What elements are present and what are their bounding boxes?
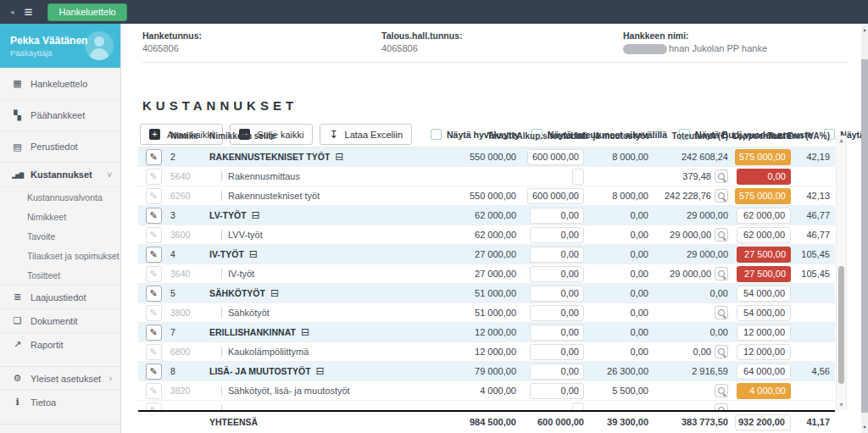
cell-toteutunut: [654, 381, 733, 400]
edit-cell: ✎: [138, 264, 169, 283]
alkup-sitoutunut-input[interactable]: [572, 402, 584, 411]
alkup-sitoutunut-input[interactable]: 600 000,00: [527, 149, 584, 165]
cell-tot-enn: [796, 167, 835, 186]
collapse-row-icon[interactable]: ⊟: [252, 210, 260, 220]
sidebar-item-raportit[interactable]: ↗Raportit: [0, 332, 120, 356]
project-field-value-text: hnan Jukolan PP hanke: [669, 43, 767, 53]
sidebar-item-label: Kustannukset: [31, 169, 92, 180]
loppuennuste-value[interactable]: 27 500,00: [737, 247, 791, 263]
sidebar-subitem-tositteet[interactable]: Tositteet: [0, 265, 120, 285]
hankeluettelo-button[interactable]: Hankeluettelo: [47, 3, 126, 21]
sidebar-item-hankeluettelo[interactable]: ▦Hankeluettelo: [0, 68, 120, 99]
alkup-sitoutunut-input[interactable]: 0,00: [530, 325, 584, 341]
collapse-row-icon[interactable]: ⊟: [335, 152, 343, 162]
loppuennuste-value[interactable]: 62 000,00: [737, 227, 791, 243]
table-scrollbar[interactable]: ▴ ▾: [836, 136, 847, 410]
cell-toteutunut: 379,48: [654, 167, 733, 186]
details-magnifier-button[interactable]: [715, 403, 728, 410]
details-magnifier-button[interactable]: [715, 345, 728, 358]
nimike-selite-cell: Sähkötyöt: [208, 303, 462, 322]
alkup-sitoutunut-input[interactable]: 0,00: [530, 344, 584, 360]
loppuennuste-value[interactable]: 64 000,00: [737, 364, 791, 380]
sidebar-item-kirjaudu-ulos[interactable]: ⇥Kirjaudu ulos: [0, 424, 120, 433]
user-panel[interactable]: Pekka Väätänen Pääkäyttäjä: [0, 24, 120, 68]
alkup-sitoutunut-input[interactable]: 0,00: [530, 305, 584, 321]
page-scroll-up-icon[interactable]: ▴: [861, 26, 868, 33]
collapse-row-icon[interactable]: ⊟: [301, 327, 309, 337]
page-scroll-down-icon[interactable]: ▾: [861, 424, 868, 430]
collapse-row-icon[interactable]: ⊟: [316, 366, 325, 376]
alkup-sitoutunut-input[interactable]: 0,00: [530, 227, 584, 243]
loppuennuste-value[interactable]: 12 000,00: [737, 325, 791, 341]
details-magnifier-button[interactable]: [715, 306, 728, 319]
sidebar-subitem-kustannusvalvonta[interactable]: Kustannusvalvonta: [0, 187, 120, 207]
alkup-sitoutunut-input[interactable]: 0,00: [530, 247, 584, 263]
edit-row-button[interactable]: ✎: [146, 266, 162, 282]
alkup-sitoutunut-input[interactable]: [572, 169, 584, 185]
scroll-down-icon[interactable]: ▾: [837, 401, 846, 409]
loppuennuste-value[interactable]: 62 000,00: [737, 208, 791, 224]
nimike-selite-cell: LV-TYÖT⊟: [208, 206, 462, 225]
alkup-sitoutunut-input[interactable]: 0,00: [530, 383, 584, 399]
loppuennuste-value[interactable]: 54 000,00: [737, 286, 791, 302]
loppuennuste-value[interactable]: 4 000,00: [737, 383, 791, 399]
alkup-sitoutunut-input[interactable]: 0,00: [530, 286, 584, 302]
details-magnifier-button[interactable]: [715, 169, 728, 183]
alkup-sitoutunut-input[interactable]: 0,00: [530, 208, 584, 224]
alkup-sitoutunut-input[interactable]: 600 000,00: [527, 188, 584, 204]
cell-lisa-muutostyot: 0,00: [589, 245, 654, 264]
page-scrollbar[interactable]: ▴ ▾: [861, 24, 868, 433]
edit-row-button[interactable]: ✎: [146, 344, 162, 360]
sidebar-subitem-tilaukset-ja-sopimukset[interactable]: Tilaukset ja sopimukset: [0, 246, 120, 265]
details-magnifier-button[interactable]: [715, 267, 728, 280]
table-scrollbar-thumb[interactable]: [838, 266, 844, 384]
toteutunut-value: 29 000,00: [670, 269, 711, 279]
edit-row-button[interactable]: ✎: [146, 227, 162, 243]
sidebar-item-kustannukset[interactable]: ▂▅▇Kustannukset˅: [0, 162, 120, 186]
cell-alkup-sitoutunut: 0,00: [521, 225, 589, 244]
sidebar-subitem-tavoite[interactable]: Tavoite: [0, 226, 120, 246]
indent-marker: [221, 230, 222, 240]
sidebar-item-paahankkeet[interactable]: ▚Päähankkeet: [0, 99, 120, 130]
edit-row-button[interactable]: ✎: [146, 305, 162, 321]
loppuennuste-value[interactable]: 12 000,00: [737, 344, 791, 360]
sidebar-subitem-nimikkeet[interactable]: Nimikkeet: [0, 207, 120, 226]
scroll-up-icon[interactable]: ▴: [837, 136, 846, 145]
edit-row-button[interactable]: ✎: [146, 325, 162, 341]
edit-row-button[interactable]: ✎: [146, 208, 162, 224]
sidebar-item-laajuustiedot[interactable]: ≣Laajuustiedot: [0, 285, 120, 308]
details-magnifier-button[interactable]: [715, 189, 728, 203]
edit-row-button[interactable]: ✎: [146, 149, 162, 165]
edit-row-button[interactable]: ✎: [146, 188, 162, 204]
menu-toggle-icon[interactable]: ≡: [25, 5, 33, 19]
nimike-selite: IV-työt: [228, 269, 254, 279]
sidebar-item-perustiedot[interactable]: ▤Perustiedot: [0, 130, 120, 162]
edit-row-button[interactable]: ✎: [146, 364, 162, 380]
edit-row-button[interactable]: ✎: [146, 402, 162, 411]
alkup-sitoutunut-input[interactable]: 0,00: [530, 364, 584, 380]
loppuennuste-value[interactable]: 575 000,00: [735, 149, 791, 165]
collapse-row-icon[interactable]: ⊟: [249, 249, 258, 259]
loppuennuste-value[interactable]: 27 500,00: [737, 266, 791, 282]
edit-row-button[interactable]: ✎: [146, 169, 162, 185]
nimike-selite-cell: IV-TYÖT⊟: [208, 245, 462, 264]
back-arrow-icon[interactable]: ◂: [10, 8, 14, 16]
page-scrollbar-thumb[interactable]: [861, 59, 868, 413]
cell-tot-enn: [796, 303, 835, 322]
edit-row-button[interactable]: ✎: [146, 286, 162, 302]
nimike-selite-cell: LISÄ- JA MUUTOSTYÖT⊟: [208, 362, 462, 380]
edit-row-button[interactable]: ✎: [146, 247, 162, 263]
project-field-label: Talous.hall.tunnus:: [381, 31, 623, 41]
collapse-row-icon[interactable]: ⊟: [270, 288, 279, 298]
sidebar-item-dokumentit[interactable]: ❏Dokumentit: [0, 308, 120, 332]
details-magnifier-button[interactable]: [715, 384, 728, 397]
loppuennuste-value[interactable]: 54 000,00: [737, 305, 791, 321]
sidebar-item-yleiset-asetukset[interactable]: ⚙Yleiset asetukset›: [0, 366, 120, 390]
loppuennuste-value[interactable]: 0,00: [737, 169, 791, 185]
details-magnifier-button[interactable]: [715, 228, 728, 241]
alkup-sitoutunut-input[interactable]: 0,00: [530, 266, 584, 282]
edit-row-button[interactable]: ✎: [146, 383, 162, 399]
sidebar-item-tietoa[interactable]: ℹTietoa: [0, 390, 120, 414]
loppuennuste-value[interactable]: 575 000,00: [735, 188, 791, 204]
cell-toteutunut: 242 228,76: [654, 186, 733, 205]
